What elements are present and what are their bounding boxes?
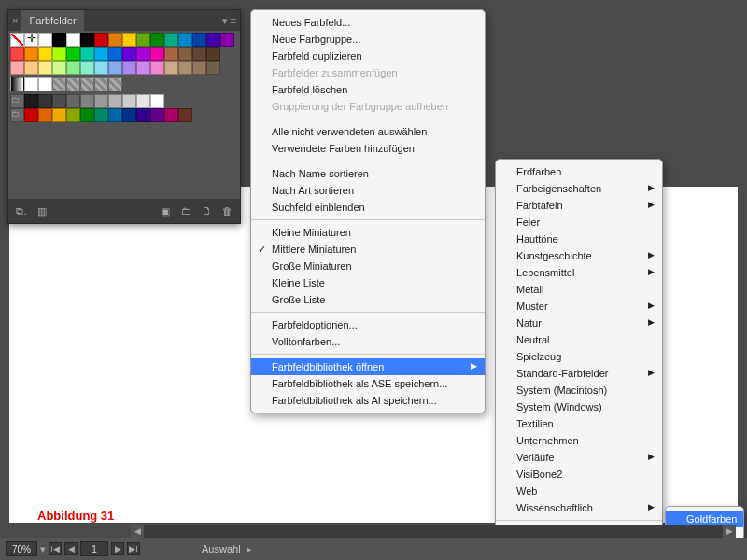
swatch[interactable] [38, 77, 52, 91]
swatch[interactable] [80, 94, 94, 108]
menu-item[interactable]: Farbfeldbibliothek als AI speichern... [251, 392, 485, 409]
menu-item[interactable]: Metall [496, 281, 662, 298]
menu-item[interactable]: Erdfarben [496, 163, 662, 180]
swatch[interactable] [136, 108, 150, 122]
swatch[interactable] [94, 108, 108, 122]
menu-item[interactable]: Neutral [496, 331, 662, 348]
menu-item[interactable]: Alle nicht verwendeten auswählen [251, 123, 485, 140]
swatch[interactable] [122, 61, 136, 75]
swatch[interactable] [108, 108, 122, 122]
swatch[interactable] [108, 33, 122, 47]
swatch[interactable] [66, 33, 80, 47]
menu-item[interactable]: Natur▶ [496, 315, 662, 331]
menu-item[interactable]: Neues Farbfeld... [251, 14, 485, 31]
menu-item[interactable]: Farbfeldbibliothek als ASE speichern... [251, 375, 485, 392]
swatch[interactable] [150, 108, 164, 122]
status-dropdown-icon[interactable]: ▸ [247, 543, 252, 555]
library-icon[interactable]: ⧉. [14, 204, 29, 217]
swatch[interactable] [24, 33, 38, 47]
menu-item[interactable]: Farbfeld löschen [251, 81, 485, 98]
menu-item[interactable]: Unternehmen [496, 432, 662, 449]
swatch[interactable] [108, 77, 122, 91]
swatch[interactable] [80, 61, 94, 75]
prev-page-button[interactable]: ◀ [64, 542, 78, 555]
swatch[interactable] [66, 94, 80, 108]
swatch[interactable] [220, 33, 234, 47]
swatch[interactable] [178, 108, 192, 122]
menu-item[interactable]: Web [496, 483, 662, 499]
swatch[interactable] [80, 108, 94, 122]
close-icon[interactable]: × [12, 15, 18, 26]
menu-item[interactable]: Farbtafeln▶ [496, 197, 662, 214]
swatch[interactable] [150, 47, 164, 61]
menu-item[interactable]: Neue Farbgruppe... [251, 31, 485, 48]
swatch[interactable] [52, 47, 66, 61]
swatch[interactable] [136, 94, 150, 108]
swatch[interactable] [24, 77, 38, 91]
swatch[interactable] [52, 77, 66, 91]
swatch[interactable] [178, 33, 192, 47]
zoom-input[interactable] [6, 541, 37, 556]
menu-item[interactable]: Große Miniaturen [251, 258, 485, 274]
swatch[interactable] [10, 61, 24, 75]
menu-item[interactable]: Hauttöne [496, 231, 662, 247]
swatch[interactable] [66, 47, 80, 61]
menu-item[interactable]: Farbeigenschaften▶ [496, 180, 662, 197]
swatch[interactable] [122, 94, 136, 108]
panel-tab-swatches[interactable]: Farbfelder [21, 10, 83, 31]
swatch[interactable] [192, 61, 206, 75]
swatch[interactable] [164, 33, 178, 47]
swatch[interactable] [192, 47, 206, 61]
swatch[interactable] [80, 77, 94, 91]
swatch[interactable] [52, 61, 66, 75]
page-input[interactable] [80, 541, 108, 556]
menu-item[interactable]: Kleine Miniaturen [251, 224, 485, 241]
scroll-right-icon[interactable]: ▶ [723, 525, 736, 538]
new-group-icon[interactable]: 🗀 [178, 204, 193, 217]
swatch[interactable] [10, 47, 24, 61]
swatch[interactable] [94, 33, 108, 47]
swatch[interactable] [206, 47, 220, 61]
swatch[interactable] [164, 47, 178, 61]
menu-item[interactable]: Feier [496, 214, 662, 231]
swatch[interactable] [38, 33, 52, 47]
swatch[interactable] [122, 108, 136, 122]
swatch[interactable] [206, 61, 220, 75]
swatch[interactable] [38, 108, 52, 122]
swatch[interactable] [94, 94, 108, 108]
swatch[interactable] [136, 33, 150, 47]
swatch[interactable] [164, 61, 178, 75]
menu-item[interactable]: System (Windows) [496, 399, 662, 415]
swatch[interactable] [136, 61, 150, 75]
menu-item[interactable]: Lebensmittel▶ [496, 264, 662, 281]
last-page-button[interactable]: ▶I [127, 542, 140, 555]
menu-item[interactable]: Textilien [496, 415, 662, 432]
swatch[interactable] [150, 33, 164, 47]
swatch-group[interactable]: 🗀 [10, 108, 24, 122]
menu-item[interactable]: Große Liste [251, 291, 485, 308]
zoom-dropdown-icon[interactable]: ▾ [40, 543, 46, 555]
swatch[interactable] [38, 94, 52, 108]
swatch[interactable] [66, 108, 80, 122]
menu-item[interactable]: Muster▶ [496, 298, 662, 315]
next-page-button[interactable]: ▶ [111, 542, 124, 555]
show-kind-icon[interactable]: ▥ [35, 204, 49, 217]
swatch[interactable] [122, 33, 136, 47]
menu-item[interactable]: Volltonfarben... [251, 333, 485, 350]
swatch-group[interactable]: 🗀 [10, 94, 24, 108]
swatch[interactable] [52, 108, 66, 122]
swatch[interactable] [192, 33, 206, 47]
swatch[interactable] [80, 47, 94, 61]
swatch[interactable] [24, 47, 38, 61]
swatch[interactable] [24, 94, 38, 108]
trash-icon[interactable]: 🗑 [219, 204, 234, 217]
swatch[interactable] [150, 94, 164, 108]
swatch[interactable] [38, 47, 52, 61]
swatch[interactable] [136, 47, 150, 61]
swatch[interactable] [66, 77, 80, 91]
swatch[interactable] [10, 33, 24, 47]
swatch[interactable] [94, 47, 108, 61]
menu-item[interactable]: Kunstgeschichte▶ [496, 247, 662, 264]
swatch[interactable] [38, 61, 52, 75]
swatch[interactable] [94, 61, 108, 75]
